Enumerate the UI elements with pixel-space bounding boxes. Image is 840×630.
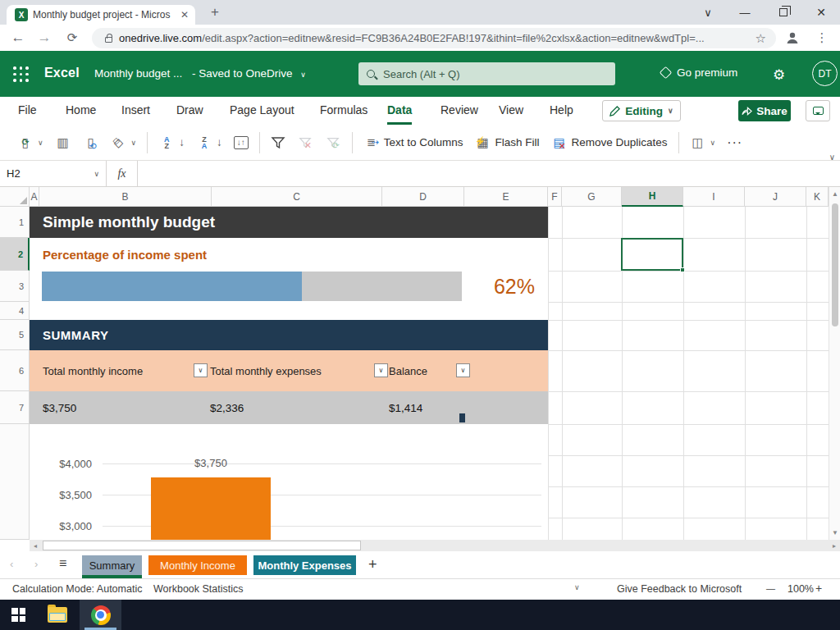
- chrome-taskbar-button[interactable]: [80, 600, 121, 630]
- insert-function-button[interactable]: fx: [107, 161, 138, 186]
- scroll-down-icon[interactable]: ▼: [829, 529, 840, 536]
- zoom-level[interactable]: 100%: [788, 583, 814, 595]
- browser-tab[interactable]: X Monthly budget project - Micros ✕: [7, 5, 195, 25]
- summary-banner-cell[interactable]: SUMMARY: [30, 320, 548, 350]
- formula-input[interactable]: [138, 161, 840, 186]
- col-header-g[interactable]: G: [562, 187, 622, 207]
- tab-formulas[interactable]: Formulas: [320, 97, 368, 125]
- embedded-bar-chart[interactable]: $4,000 $3,500 $3,000 $3,750: [30, 424, 548, 540]
- next-sheet-icon[interactable]: ›: [34, 558, 38, 570]
- forward-icon[interactable]: →: [33, 25, 56, 51]
- col-header-h[interactable]: H: [622, 187, 683, 207]
- sheet-tab-monthly-expenses[interactable]: Monthly Expenses: [253, 555, 356, 575]
- header-income-cell[interactable]: Total monthly income: [43, 350, 143, 391]
- share-button[interactable]: Share: [738, 100, 791, 121]
- row-header-3[interactable]: 3: [0, 271, 30, 302]
- row-header-4[interactable]: 4: [0, 302, 30, 320]
- bookmark-star-icon[interactable]: ☆: [756, 31, 766, 46]
- percentage-label-cell[interactable]: Percentage of income spent: [43, 238, 207, 271]
- header-expenses-cell[interactable]: Total monthly expenses: [210, 350, 322, 391]
- select-all-corner[interactable]: [0, 187, 30, 207]
- tab-home[interactable]: Home: [66, 97, 96, 125]
- tab-page-layout[interactable]: Page Layout: [230, 97, 294, 125]
- account-avatar[interactable]: DT: [812, 61, 838, 86]
- row-header-7[interactable]: 7: [0, 391, 30, 424]
- all-sheets-icon[interactable]: ≡: [59, 556, 66, 571]
- app-name[interactable]: Excel: [44, 66, 80, 80]
- refresh-selection-button[interactable]: ◇◇ ∨: [105, 129, 143, 157]
- vertical-scrollbar[interactable]: ▲ ▼: [829, 187, 840, 540]
- file-explorer-button[interactable]: [48, 607, 67, 623]
- col-header-b[interactable]: B: [39, 187, 212, 207]
- row-header-2[interactable]: 2: [0, 238, 30, 271]
- filter-dropdown-balance[interactable]: ∨: [456, 363, 470, 377]
- col-header-k[interactable]: K: [806, 187, 829, 207]
- col-header-i[interactable]: I: [683, 187, 745, 207]
- custom-sort-button[interactable]: ↓↑: [228, 129, 254, 157]
- reload-icon[interactable]: ⟳: [61, 25, 84, 51]
- col-header-f[interactable]: F: [548, 187, 562, 207]
- vertical-scroll-thumb[interactable]: [832, 203, 838, 326]
- document-title[interactable]: Monthly budget ... - Saved to OneDrive ∨: [94, 67, 306, 80]
- comments-button[interactable]: [806, 100, 830, 121]
- new-tab-button[interactable]: +: [203, 0, 226, 25]
- tab-file[interactable]: File: [18, 97, 37, 125]
- workbook-links-button[interactable]: ▯⟲: [77, 129, 105, 157]
- col-header-d[interactable]: D: [382, 187, 464, 207]
- filter-button[interactable]: [265, 129, 291, 157]
- row-header-1[interactable]: 1: [0, 207, 30, 238]
- col-header-c[interactable]: C: [212, 187, 382, 207]
- name-box[interactable]: H2 ∨: [0, 161, 107, 186]
- horizontal-scrollbar[interactable]: ◂ ▸: [30, 540, 840, 551]
- scroll-right-icon[interactable]: ▸: [829, 542, 840, 550]
- close-window-icon[interactable]: ✕: [807, 0, 835, 25]
- editing-mode-button[interactable]: Editing ∨: [602, 100, 681, 121]
- minimize-icon[interactable]: —: [731, 0, 759, 25]
- start-button[interactable]: [11, 608, 25, 622]
- filter-dropdown-expenses[interactable]: ∨: [374, 363, 388, 377]
- profile-avatar-icon[interactable]: [781, 25, 804, 51]
- calc-mode[interactable]: Calculation Mode: Automatic: [12, 583, 142, 595]
- clear-filter-button[interactable]: ✕: [291, 129, 319, 157]
- col-header-a[interactable]: A: [30, 187, 39, 207]
- url-bar[interactable]: onedrive.live.com /edit.aspx?action=edit…: [92, 28, 776, 48]
- text-to-columns-button[interactable]: ≣⇢ Text to Columns: [358, 129, 469, 157]
- horizontal-scroll-thumb[interactable]: [43, 541, 361, 550]
- give-feedback[interactable]: Give Feedback to Microsoft: [617, 583, 742, 595]
- prev-sheet-icon[interactable]: ‹: [10, 558, 13, 570]
- sort-descending-button[interactable]: ZA↓: [190, 129, 228, 157]
- sheet-tab-summary[interactable]: Summary: [82, 555, 142, 578]
- tab-data[interactable]: Data: [387, 97, 412, 125]
- col-header-j[interactable]: J: [745, 187, 806, 207]
- scroll-up-icon[interactable]: ▲: [829, 190, 840, 198]
- refresh-all-button[interactable]: ▯⟳ ∨: [11, 129, 49, 157]
- tab-close-icon[interactable]: ✕: [180, 9, 189, 21]
- row-header-5[interactable]: 5: [0, 320, 30, 350]
- settings-gear-icon[interactable]: ⚙: [773, 66, 785, 84]
- tab-search-icon[interactable]: ∨: [694, 0, 722, 25]
- search-box[interactable]: Search (Alt + Q): [358, 62, 615, 85]
- header-balance-cell[interactable]: Balance: [389, 350, 427, 391]
- flash-fill-button[interactable]: ▦⚡ Flash Fill: [468, 129, 545, 157]
- back-icon[interactable]: ←: [7, 25, 30, 51]
- go-premium-button[interactable]: Go premium: [661, 66, 737, 79]
- fill-handle[interactable]: [680, 267, 685, 272]
- toolbar-overflow-button[interactable]: ···: [721, 129, 748, 157]
- sheet-tab-monthly-income[interactable]: Monthly Income: [148, 555, 247, 575]
- scroll-left-icon[interactable]: ◂: [30, 542, 41, 550]
- value-income-cell[interactable]: $3,750: [43, 391, 76, 424]
- value-expenses-cell[interactable]: $2,336: [210, 391, 244, 424]
- col-header-e[interactable]: E: [464, 187, 548, 207]
- status-chevron-icon[interactable]: ∨: [574, 583, 580, 591]
- row-header-6[interactable]: 6: [0, 350, 30, 391]
- title-banner-cell[interactable]: Simple monthly budget: [30, 207, 548, 238]
- reapply-filter-button[interactable]: ⟳: [319, 129, 347, 157]
- sheet-view-button[interactable]: ▥: [49, 129, 77, 157]
- tab-insert[interactable]: Insert: [121, 97, 150, 125]
- percentage-value-cell[interactable]: 62%: [489, 271, 540, 302]
- sort-ascending-button[interactable]: AZ↓: [153, 129, 190, 157]
- outline-group-button[interactable]: ◫ ∨: [684, 129, 722, 157]
- tab-view[interactable]: View: [499, 97, 523, 125]
- filter-dropdown-income[interactable]: ∨: [194, 363, 208, 377]
- tab-draw[interactable]: Draw: [176, 97, 203, 125]
